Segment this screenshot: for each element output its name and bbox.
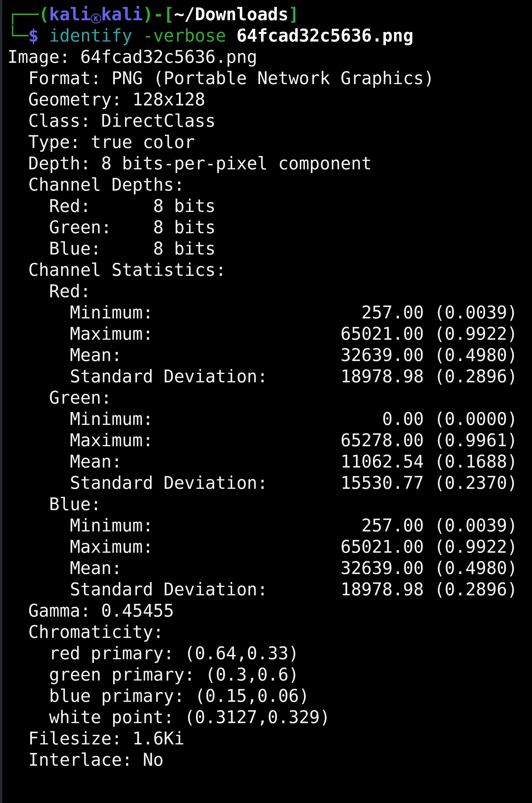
terminal-output-line: Standard Deviation: 18978.98 (0.2896) xyxy=(7,366,532,387)
terminal-output-line: Geometry: 128x128 xyxy=(7,89,532,110)
terminal-output-line: Format: PNG (Portable Network Graphics) xyxy=(7,68,532,89)
space xyxy=(39,25,49,45)
terminal-output-line: Minimum: 257.00 (0.0039) xyxy=(7,515,532,536)
terminal-output-line: Depth: 8 bits-per-pixel component xyxy=(7,153,532,174)
terminal-output-line: Red: 8 bits xyxy=(7,196,532,217)
terminal-output-line: Standard Deviation: 15530.77 (0.2370) xyxy=(7,472,532,494)
prompt-user: kali xyxy=(49,4,91,24)
terminal-output-line: Maximum: 65021.00 (0.9922) xyxy=(7,323,532,345)
terminal-output-line: Minimum: 0.00 (0.0000) xyxy=(7,408,532,430)
terminal-window[interactable]: ┌──(kaliKkali)-[~/Downloads]└─$ identify… xyxy=(0,0,532,803)
terminal-output-line: Mean: 32639.00 (0.4980) xyxy=(7,345,532,366)
terminal-output-line: Interlace: No xyxy=(7,749,532,770)
terminal-output-line: Red: xyxy=(7,280,532,302)
prompt-frame-open: ┌──( xyxy=(7,4,49,24)
terminal-output-line: Chromaticity: xyxy=(7,621,532,643)
prompt-cwd: ~/Downloads xyxy=(174,4,288,24)
command-argument-filename: 64fcad32c5636.png xyxy=(236,25,413,45)
terminal-output-line: Mean: 32639.00 (0.4980) xyxy=(7,558,532,579)
terminal-output-line: Standard Deviation: 18978.98 (0.2896) xyxy=(7,579,532,600)
terminal-output-line: white point: (0.3127,0.329) xyxy=(7,707,532,728)
terminal-output-line: Channel Depths: xyxy=(7,174,532,196)
terminal-output-line: Green: 8 bits xyxy=(7,217,532,238)
terminal-output-line: Channel Statistics: xyxy=(7,259,532,280)
terminal-output-line: Maximum: 65021.00 (0.9922) xyxy=(7,536,532,558)
prompt-line: └─$ identify -verbose 64fcad32c5636.png xyxy=(7,25,532,46)
terminal-output-line: blue primary: (0.15,0.06) xyxy=(7,685,532,707)
prompt-frame-bottom: └─ xyxy=(7,25,28,45)
terminal-output-line: Maximum: 65278.00 (0.9961) xyxy=(7,430,532,451)
terminal-output-line: Blue: xyxy=(7,494,532,515)
terminal-output-line: Blue: 8 bits xyxy=(7,238,532,259)
prompt-frame-close: ] xyxy=(289,4,299,24)
terminal-output-line: red primary: (0.64,0.33) xyxy=(7,643,532,664)
terminal-output-line: Mean: 11062.54 (0.1688) xyxy=(7,451,532,472)
kali-symbol-icon: K xyxy=(91,14,101,24)
prompt-line: ┌──(kaliKkali)-[~/Downloads] xyxy=(7,4,532,25)
prompt-dollar: $ xyxy=(28,25,39,45)
command-flag: -verbose xyxy=(143,25,226,45)
terminal-output-line: Minimum: 257.00 (0.0039) xyxy=(7,302,532,323)
prompt-host: kali xyxy=(101,4,143,24)
kali-symbol-letter: K xyxy=(94,15,98,22)
terminal-output-line: Gamma: 0.45455 xyxy=(7,600,532,621)
terminal-output-line: Type: true color xyxy=(7,131,532,153)
terminal-output-line: green primary: (0.3,0.6) xyxy=(7,664,532,685)
space xyxy=(226,25,236,45)
terminal-output-line: Filesize: 1.6Ki xyxy=(7,728,532,749)
prompt-frame-mid: )-[ xyxy=(143,4,174,24)
command-name: identify xyxy=(49,25,132,45)
terminal-output-line: Class: DirectClass xyxy=(7,110,532,131)
terminal-output-line: Green: xyxy=(7,387,532,408)
terminal-output: ┌──(kaliKkali)-[~/Downloads]└─$ identify… xyxy=(0,0,532,770)
terminal-output-line: Image: 64fcad32c5636.png xyxy=(7,46,532,68)
space xyxy=(132,25,143,45)
